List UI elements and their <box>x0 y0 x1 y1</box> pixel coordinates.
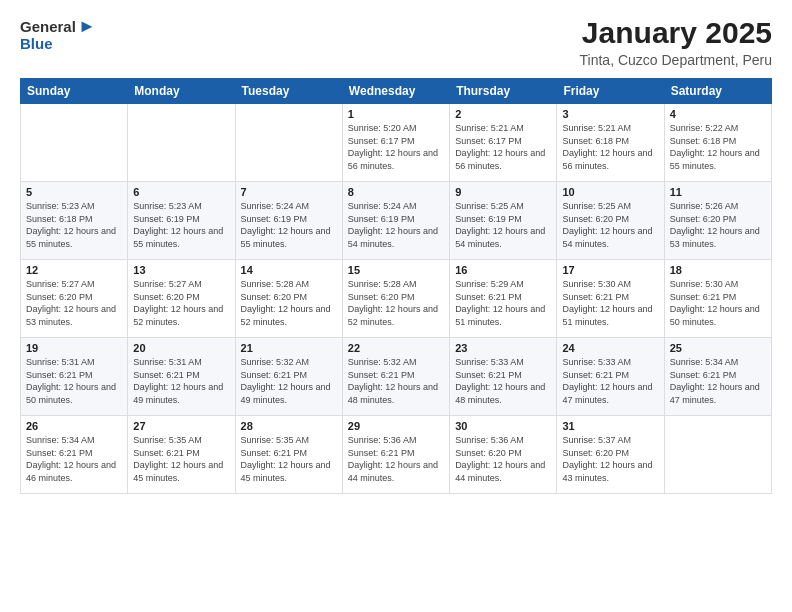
calendar-cell: 22Sunrise: 5:32 AMSunset: 6:21 PMDayligh… <box>342 338 449 416</box>
calendar-header-saturday: Saturday <box>664 79 771 104</box>
calendar-cell: 31Sunrise: 5:37 AMSunset: 6:20 PMDayligh… <box>557 416 664 494</box>
day-number: 5 <box>26 186 122 198</box>
day-number: 26 <box>26 420 122 432</box>
day-number: 9 <box>455 186 551 198</box>
day-number: 2 <box>455 108 551 120</box>
day-info: Sunrise: 5:34 AMSunset: 6:21 PMDaylight:… <box>26 434 122 484</box>
calendar-cell: 24Sunrise: 5:33 AMSunset: 6:21 PMDayligh… <box>557 338 664 416</box>
calendar-cell: 19Sunrise: 5:31 AMSunset: 6:21 PMDayligh… <box>21 338 128 416</box>
day-info: Sunrise: 5:35 AMSunset: 6:21 PMDaylight:… <box>133 434 229 484</box>
calendar-cell: 11Sunrise: 5:26 AMSunset: 6:20 PMDayligh… <box>664 182 771 260</box>
day-info: Sunrise: 5:33 AMSunset: 6:21 PMDaylight:… <box>562 356 658 406</box>
calendar-cell: 12Sunrise: 5:27 AMSunset: 6:20 PMDayligh… <box>21 260 128 338</box>
day-info: Sunrise: 5:37 AMSunset: 6:20 PMDaylight:… <box>562 434 658 484</box>
calendar-cell: 2Sunrise: 5:21 AMSunset: 6:17 PMDaylight… <box>450 104 557 182</box>
day-info: Sunrise: 5:28 AMSunset: 6:20 PMDaylight:… <box>241 278 337 328</box>
calendar-cell: 7Sunrise: 5:24 AMSunset: 6:19 PMDaylight… <box>235 182 342 260</box>
day-number: 8 <box>348 186 444 198</box>
calendar-header-sunday: Sunday <box>21 79 128 104</box>
day-info: Sunrise: 5:26 AMSunset: 6:20 PMDaylight:… <box>670 200 766 250</box>
calendar-header-row: SundayMondayTuesdayWednesdayThursdayFrid… <box>21 79 772 104</box>
calendar-cell: 10Sunrise: 5:25 AMSunset: 6:20 PMDayligh… <box>557 182 664 260</box>
day-info: Sunrise: 5:36 AMSunset: 6:20 PMDaylight:… <box>455 434 551 484</box>
calendar-header-monday: Monday <box>128 79 235 104</box>
day-number: 27 <box>133 420 229 432</box>
calendar-cell: 25Sunrise: 5:34 AMSunset: 6:21 PMDayligh… <box>664 338 771 416</box>
day-info: Sunrise: 5:28 AMSunset: 6:20 PMDaylight:… <box>348 278 444 328</box>
day-number: 28 <box>241 420 337 432</box>
day-info: Sunrise: 5:29 AMSunset: 6:21 PMDaylight:… <box>455 278 551 328</box>
calendar-cell: 18Sunrise: 5:30 AMSunset: 6:21 PMDayligh… <box>664 260 771 338</box>
day-info: Sunrise: 5:24 AMSunset: 6:19 PMDaylight:… <box>348 200 444 250</box>
calendar-cell: 13Sunrise: 5:27 AMSunset: 6:20 PMDayligh… <box>128 260 235 338</box>
calendar-cell: 15Sunrise: 5:28 AMSunset: 6:20 PMDayligh… <box>342 260 449 338</box>
calendar-cell: 20Sunrise: 5:31 AMSunset: 6:21 PMDayligh… <box>128 338 235 416</box>
day-number: 13 <box>133 264 229 276</box>
day-info: Sunrise: 5:36 AMSunset: 6:21 PMDaylight:… <box>348 434 444 484</box>
calendar-cell: 6Sunrise: 5:23 AMSunset: 6:19 PMDaylight… <box>128 182 235 260</box>
day-info: Sunrise: 5:21 AMSunset: 6:17 PMDaylight:… <box>455 122 551 172</box>
calendar-cell: 4Sunrise: 5:22 AMSunset: 6:18 PMDaylight… <box>664 104 771 182</box>
day-info: Sunrise: 5:25 AMSunset: 6:19 PMDaylight:… <box>455 200 551 250</box>
day-info: Sunrise: 5:30 AMSunset: 6:21 PMDaylight:… <box>562 278 658 328</box>
day-number: 7 <box>241 186 337 198</box>
day-info: Sunrise: 5:32 AMSunset: 6:21 PMDaylight:… <box>241 356 337 406</box>
title-block: January 2025 Tinta, Cuzco Department, Pe… <box>580 16 772 68</box>
day-info: Sunrise: 5:24 AMSunset: 6:19 PMDaylight:… <box>241 200 337 250</box>
day-info: Sunrise: 5:35 AMSunset: 6:21 PMDaylight:… <box>241 434 337 484</box>
day-number: 3 <box>562 108 658 120</box>
calendar: SundayMondayTuesdayWednesdayThursdayFrid… <box>20 78 772 494</box>
day-number: 30 <box>455 420 551 432</box>
calendar-cell: 26Sunrise: 5:34 AMSunset: 6:21 PMDayligh… <box>21 416 128 494</box>
day-number: 17 <box>562 264 658 276</box>
day-number: 12 <box>26 264 122 276</box>
day-info: Sunrise: 5:25 AMSunset: 6:20 PMDaylight:… <box>562 200 658 250</box>
day-info: Sunrise: 5:32 AMSunset: 6:21 PMDaylight:… <box>348 356 444 406</box>
calendar-cell: 21Sunrise: 5:32 AMSunset: 6:21 PMDayligh… <box>235 338 342 416</box>
day-number: 20 <box>133 342 229 354</box>
day-info: Sunrise: 5:22 AMSunset: 6:18 PMDaylight:… <box>670 122 766 172</box>
calendar-cell: 3Sunrise: 5:21 AMSunset: 6:18 PMDaylight… <box>557 104 664 182</box>
day-number: 19 <box>26 342 122 354</box>
calendar-cell <box>235 104 342 182</box>
day-info: Sunrise: 5:33 AMSunset: 6:21 PMDaylight:… <box>455 356 551 406</box>
calendar-week-2: 5Sunrise: 5:23 AMSunset: 6:18 PMDaylight… <box>21 182 772 260</box>
calendar-cell: 29Sunrise: 5:36 AMSunset: 6:21 PMDayligh… <box>342 416 449 494</box>
day-number: 16 <box>455 264 551 276</box>
day-number: 24 <box>562 342 658 354</box>
page: General ► Blue January 2025 Tinta, Cuzco… <box>0 0 792 612</box>
calendar-cell: 28Sunrise: 5:35 AMSunset: 6:21 PMDayligh… <box>235 416 342 494</box>
day-number: 25 <box>670 342 766 354</box>
day-number: 21 <box>241 342 337 354</box>
day-number: 18 <box>670 264 766 276</box>
calendar-cell: 14Sunrise: 5:28 AMSunset: 6:20 PMDayligh… <box>235 260 342 338</box>
calendar-cell <box>664 416 771 494</box>
main-title: January 2025 <box>580 16 772 50</box>
day-number: 22 <box>348 342 444 354</box>
calendar-cell: 16Sunrise: 5:29 AMSunset: 6:21 PMDayligh… <box>450 260 557 338</box>
calendar-cell: 9Sunrise: 5:25 AMSunset: 6:19 PMDaylight… <box>450 182 557 260</box>
header: General ► Blue January 2025 Tinta, Cuzco… <box>20 16 772 68</box>
subtitle: Tinta, Cuzco Department, Peru <box>580 52 772 68</box>
day-info: Sunrise: 5:31 AMSunset: 6:21 PMDaylight:… <box>133 356 229 406</box>
calendar-cell <box>21 104 128 182</box>
day-number: 31 <box>562 420 658 432</box>
calendar-header-wednesday: Wednesday <box>342 79 449 104</box>
day-info: Sunrise: 5:34 AMSunset: 6:21 PMDaylight:… <box>670 356 766 406</box>
calendar-week-5: 26Sunrise: 5:34 AMSunset: 6:21 PMDayligh… <box>21 416 772 494</box>
calendar-header-tuesday: Tuesday <box>235 79 342 104</box>
day-number: 1 <box>348 108 444 120</box>
day-info: Sunrise: 5:30 AMSunset: 6:21 PMDaylight:… <box>670 278 766 328</box>
calendar-header-thursday: Thursday <box>450 79 557 104</box>
day-info: Sunrise: 5:31 AMSunset: 6:21 PMDaylight:… <box>26 356 122 406</box>
day-number: 15 <box>348 264 444 276</box>
calendar-header-friday: Friday <box>557 79 664 104</box>
calendar-cell <box>128 104 235 182</box>
day-info: Sunrise: 5:21 AMSunset: 6:18 PMDaylight:… <box>562 122 658 172</box>
day-number: 14 <box>241 264 337 276</box>
day-info: Sunrise: 5:23 AMSunset: 6:18 PMDaylight:… <box>26 200 122 250</box>
day-info: Sunrise: 5:27 AMSunset: 6:20 PMDaylight:… <box>26 278 122 328</box>
calendar-cell: 5Sunrise: 5:23 AMSunset: 6:18 PMDaylight… <box>21 182 128 260</box>
day-number: 29 <box>348 420 444 432</box>
day-info: Sunrise: 5:23 AMSunset: 6:19 PMDaylight:… <box>133 200 229 250</box>
